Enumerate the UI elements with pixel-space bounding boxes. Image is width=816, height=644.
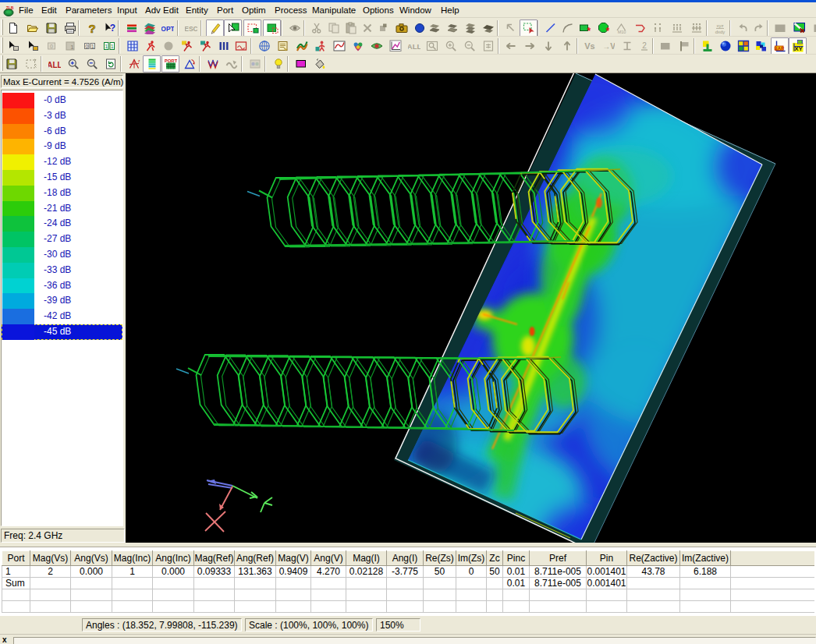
svg-text:dxdy: dxdy: [715, 30, 725, 34]
svg-text:BAR: BAR: [774, 46, 784, 51]
svg-text:OPT: OPT: [161, 25, 174, 33]
svg-text:1: 1: [110, 44, 113, 49]
svg-text:PORT: PORT: [165, 58, 177, 63]
svg-text:XY: XY: [794, 45, 803, 52]
svg-text:0: 0: [85, 44, 88, 49]
svg-text:xyz: xyz: [716, 23, 723, 28]
svg-text:z: z: [138, 58, 140, 63]
svg-text:?: ?: [88, 22, 95, 34]
svg-text:*: *: [605, 26, 609, 35]
svg-text:M10: M10: [617, 30, 626, 34]
svg-text:?: ?: [109, 23, 115, 34]
svg-text:*: *: [587, 26, 591, 35]
svg-text:1: 1: [90, 44, 94, 49]
svg-text:ZLB: ZLB: [6, 5, 14, 10]
svg-text:→V: →V: [602, 42, 615, 51]
svg-text:0: 0: [50, 44, 53, 49]
svg-text:ALL: ALL: [48, 61, 61, 69]
svg-text:ESC: ESC: [185, 25, 197, 33]
svg-text:1: 1: [70, 44, 74, 51]
svg-text:ALL: ALL: [408, 42, 420, 51]
svg-text:Vs: Vs: [584, 41, 594, 51]
svg-text:1: 1: [105, 44, 108, 49]
svg-text:2: 2: [642, 41, 647, 50]
